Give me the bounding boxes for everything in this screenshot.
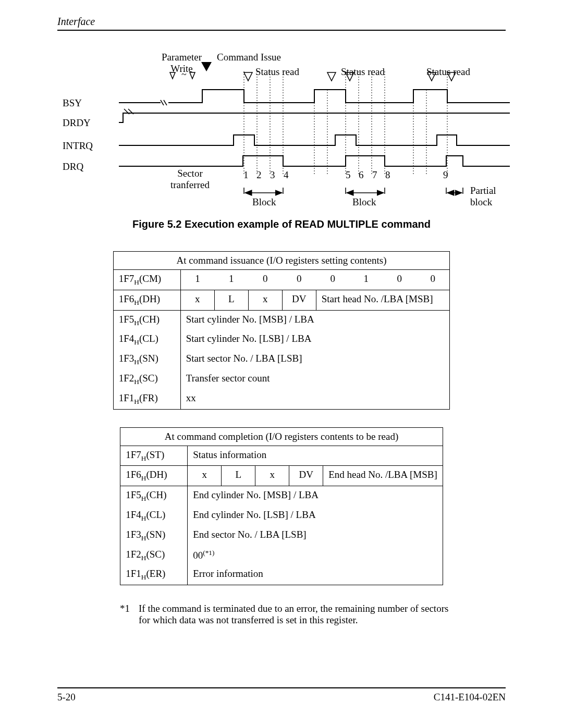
footer-doc: C141-E104-02EN	[434, 692, 506, 703]
signal-drdy-label: DRDY	[63, 117, 91, 129]
row-dh2: 1F6H(DH) x L x DV End head No. /LBA [MSB…	[120, 466, 443, 486]
label-command-issue: Command Issue	[217, 52, 281, 63]
table-command-completion: At command completion (I/O registers con…	[120, 427, 443, 586]
label-sector-transferred: Sector tranferred	[170, 168, 210, 191]
signal-drq-label: DRQ	[63, 161, 83, 172]
footnote: *1 If the command is terminated due to a…	[120, 603, 454, 626]
sector-num-6: 6	[359, 169, 364, 181]
sector-num-3: 3	[270, 169, 275, 181]
sector-num-8: 8	[385, 169, 390, 181]
row-fr: 1F1H(FR) xx	[113, 389, 450, 409]
footer-page: 5-20	[57, 692, 76, 703]
row-ch: 1F5H(CH) Start cylinder No. [MSB] / LBA	[113, 310, 450, 330]
row-sn: 1F3H(SN) Start sector No. / LBA [LSB]	[113, 350, 450, 369]
footnote-mark: *1	[120, 603, 139, 626]
row-cl: 1F4H(CL) Start cylinder No. [LSB] / LBA	[113, 330, 450, 350]
label-partial-block: Partial block	[470, 185, 496, 208]
row-er: 1F1H(ER) Error information	[120, 565, 443, 585]
sector-num-4: 4	[284, 169, 289, 181]
running-head: Interface	[57, 16, 506, 31]
table-complete-title: At command completion (I/O registers con…	[120, 427, 443, 446]
row-ch2: 1F5H(CH) End cylinder No. [MSB] / LBA	[120, 486, 443, 506]
signal-intrq-label: INTRQ	[63, 140, 93, 152]
sector-num-5: 5	[346, 169, 351, 181]
label-parameter-write: Parameter Write	[162, 52, 202, 75]
sector-num-1: 1	[243, 169, 249, 181]
row-sc2: 1F2H(SC) 00(*1)	[120, 546, 443, 565]
label-block-a: Block	[252, 196, 276, 208]
signal-bsy-label: BSY	[63, 97, 82, 109]
row-sc: 1F2H(SC) Transfer sector count	[113, 369, 450, 389]
label-block-b: Block	[352, 196, 376, 208]
label-status-read-3: Status read	[426, 66, 470, 78]
footnote-text: If the command is terminated due to an e…	[139, 603, 454, 626]
sector-num-7: 7	[372, 169, 377, 181]
sector-num-2: 2	[256, 169, 262, 181]
row-cm: 1F7H(CM) 1 1 0 0 0 1 0 0	[113, 270, 450, 290]
page-footer: 5-20 C141-E104-02EN	[57, 687, 506, 703]
table-issue-title: At command issuance (I/O registers setti…	[113, 252, 450, 270]
label-status-read-1: Status read	[255, 66, 299, 78]
row-dh: 1F6H(DH) x L x DV Start head No. /LBA [M…	[113, 290, 450, 310]
label-status-read-2: Status read	[341, 66, 385, 78]
figure-caption: Figure 5.2 Execution example of READ MUL…	[57, 218, 506, 230]
row-cl2: 1F4H(CL) End cylinder No. [LSB] / LBA	[120, 506, 443, 526]
row-st: 1F7H(ST) Status information	[120, 446, 443, 466]
sector-num-9: 9	[443, 169, 448, 181]
row-sn2: 1F3H(SN) End sector No. / LBA [LSB]	[120, 526, 443, 546]
table-command-issuance: At command issuance (I/O registers setti…	[113, 251, 450, 410]
timing-diagram: BSY DRDY INTRQ DRQ	[63, 40, 506, 207]
